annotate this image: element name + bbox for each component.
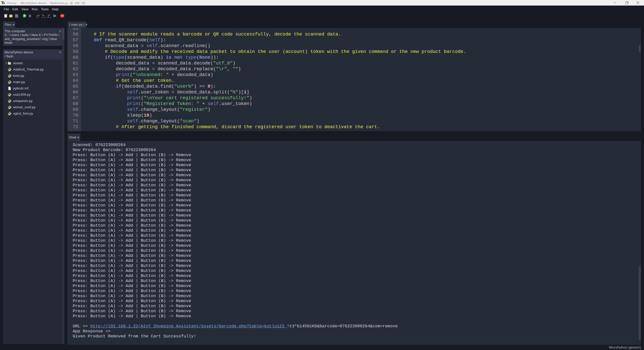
svg-text:STOP: STOP (61, 15, 64, 17)
